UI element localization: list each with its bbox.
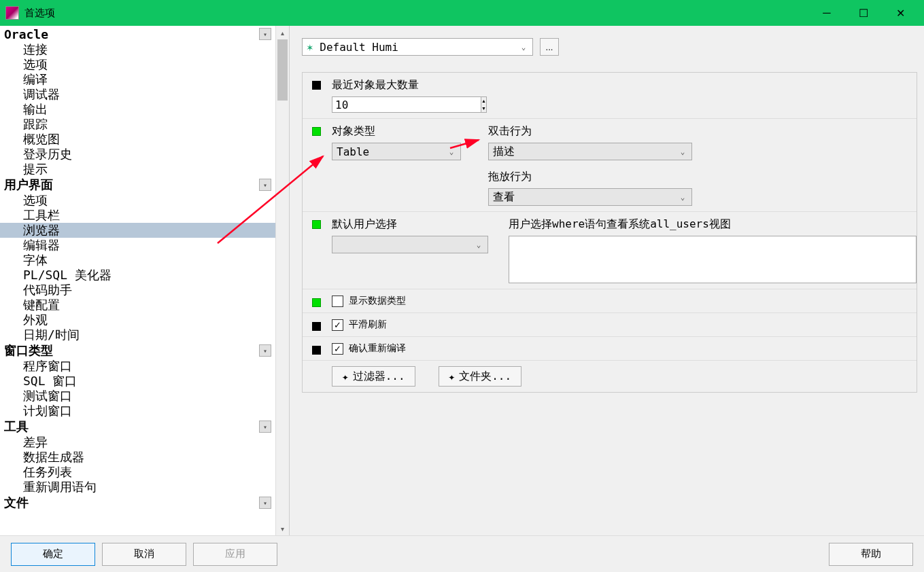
tree-item[interactable]: 字体 <box>0 253 275 268</box>
tree-group-header[interactable]: Oracle <box>0 26 275 42</box>
objtype-select[interactable]: Table ⌄ <box>332 143 461 160</box>
tree-item[interactable]: 登录历史 <box>0 147 275 162</box>
marker-icon <box>312 220 321 229</box>
scroll-down-icon[interactable]: ▾ <box>276 522 289 535</box>
setting-show-types: 显示数据类型 <box>303 289 917 313</box>
chevron-down-icon[interactable] <box>259 421 271 433</box>
objtype-label: 对象类型 <box>332 124 461 139</box>
marker-icon <box>312 81 321 90</box>
setting-default-user: 默认用户选择 ⌄ 用户选择where语句查看系统all_users视图 <box>303 212 917 289</box>
chevron-down-icon: ⌄ <box>445 147 458 156</box>
marker-icon <box>312 298 321 307</box>
show-types-label: 显示数据类型 <box>349 295 406 307</box>
chevron-down-icon[interactable] <box>259 179 271 191</box>
setting-buttons: ✦过滤器... ✦文件夹... <box>303 361 917 392</box>
dblclick-select[interactable]: 描述 ⌄ <box>488 143 692 160</box>
profile-row: ✶ Default Humi ⌄ ... <box>302 38 917 56</box>
tree-item[interactable]: 任务列表 <box>0 465 275 480</box>
apply-button[interactable]: 应用 <box>193 543 277 566</box>
filter-button[interactable]: ✦过滤器... <box>332 366 415 387</box>
tree-item[interactable]: 浏览器 <box>0 223 275 238</box>
cancel-button[interactable]: 取消 <box>102 543 186 566</box>
tree-item[interactable]: 编辑器 <box>0 238 275 253</box>
tree-item[interactable]: 程序窗口 <box>0 359 275 374</box>
tree-item[interactable]: 跟踪 <box>0 117 275 132</box>
spin-up-icon[interactable]: ▲ <box>481 97 486 105</box>
sidebar: Oracle连接选项编译调试器输出跟踪概览图登录历史提示用户界面选项工具栏浏览器… <box>0 26 290 535</box>
chevron-down-icon: ⌄ <box>517 43 530 52</box>
app-icon <box>5 6 19 20</box>
recent-max-field[interactable] <box>332 96 481 113</box>
chevron-down-icon[interactable] <box>259 344 271 357</box>
window-title: 首选项 <box>24 7 55 20</box>
tree-item[interactable]: SQL 窗口 <box>0 374 275 389</box>
chevron-down-icon[interactable] <box>259 28 271 40</box>
tree-item[interactable]: 差异 <box>0 435 275 450</box>
folder-button[interactable]: ✦文件夹... <box>439 366 522 387</box>
tree-item[interactable]: 重新调用语句 <box>0 480 275 495</box>
recent-max-input[interactable]: ▲▼ <box>332 96 379 113</box>
scroll-thumb[interactable] <box>277 39 288 101</box>
tree-item[interactable]: 概览图 <box>0 132 275 147</box>
tree-group-header[interactable]: 工具 <box>0 418 275 435</box>
nav-tree: Oracle连接选项编译调试器输出跟踪概览图登录历史提示用户界面选项工具栏浏览器… <box>0 26 275 535</box>
sidebar-scrollbar[interactable]: ▴ ▾ <box>275 26 289 535</box>
content-panel: ✶ Default Humi ⌄ ... 最近对象最大数量 ▲▼ <box>290 26 924 535</box>
tree-item[interactable]: 键配置 <box>0 298 275 312</box>
profile-more-button[interactable]: ... <box>540 38 559 56</box>
tree-item[interactable]: 编译 <box>0 72 275 87</box>
tree-item[interactable]: 测试窗口 <box>0 389 275 404</box>
tree-item[interactable]: 选项 <box>0 193 275 208</box>
dragdrop-select[interactable]: 查看 ⌄ <box>488 188 692 206</box>
maximize-button[interactable]: ☐ <box>845 0 882 26</box>
tree-group-header[interactable]: 窗口类型 <box>0 342 275 359</box>
settings-panel: 最近对象最大数量 ▲▼ 对象类型 Table ⌄ <box>302 72 917 393</box>
tree-item[interactable]: PL/SQL 美化器 <box>0 268 275 283</box>
show-types-checkbox[interactable] <box>332 296 343 307</box>
bottom-bar: 确定 取消 应用 帮助 <box>0 535 924 572</box>
close-button[interactable]: ✕ <box>882 0 919 26</box>
spin-down-icon[interactable]: ▼ <box>481 105 486 112</box>
ok-button[interactable]: 确定 <box>11 543 95 566</box>
where-textarea[interactable] <box>509 236 917 283</box>
help-button[interactable]: 帮助 <box>829 543 913 566</box>
window-controls: ─ ☐ ✕ <box>808 0 919 26</box>
setting-recent-max: 最近对象最大数量 ▲▼ <box>303 73 917 119</box>
tree-item[interactable]: 数据生成器 <box>0 450 275 465</box>
marker-icon <box>312 346 321 355</box>
setting-object-type: 对象类型 Table ⌄ 双击行为 描述 ⌄ 拖放行为 <box>303 119 917 212</box>
dblclick-label: 双击行为 <box>488 124 692 139</box>
defuser-label: 默认用户选择 <box>332 217 488 232</box>
tree-item[interactable]: 外观 <box>0 312 275 327</box>
marker-icon <box>312 322 321 331</box>
titlebar: 首选项 ─ ☐ ✕ <box>0 0 924 26</box>
profile-select[interactable]: ✶ Default Humi ⌄ <box>302 38 533 56</box>
tree-item[interactable]: 连接 <box>0 42 275 57</box>
setting-smooth: ✓ 平滑刷新 <box>303 313 917 337</box>
setting-confirm: ✓ 确认重新编译 <box>303 337 917 361</box>
key-icon: ✦ <box>449 370 456 383</box>
tree-item[interactable]: 选项 <box>0 57 275 72</box>
scroll-up-icon[interactable]: ▴ <box>276 26 289 39</box>
minimize-button[interactable]: ─ <box>808 0 845 26</box>
tree-item[interactable]: 调试器 <box>0 87 275 102</box>
tree-item[interactable]: 代码助手 <box>0 283 275 298</box>
tree-group-header[interactable]: 用户界面 <box>0 177 275 193</box>
chevron-down-icon[interactable] <box>259 497 271 509</box>
marker-icon <box>312 127 321 136</box>
tree-item[interactable]: 提示 <box>0 162 275 177</box>
chevron-down-icon: ⌄ <box>677 193 689 202</box>
tree-item[interactable]: 工具栏 <box>0 208 275 223</box>
smooth-label: 平滑刷新 <box>349 319 387 331</box>
main-area: Oracle连接选项编译调试器输出跟踪概览图登录历史提示用户界面选项工具栏浏览器… <box>0 26 924 535</box>
chevron-down-icon: ⌄ <box>473 240 485 249</box>
tree-item[interactable]: 日期/时间 <box>0 327 275 342</box>
tree-item[interactable]: 计划窗口 <box>0 404 275 418</box>
tree-item[interactable]: 输出 <box>0 102 275 117</box>
confirm-checkbox[interactable]: ✓ <box>332 343 343 355</box>
tree-group-header[interactable]: 文件 <box>0 495 275 511</box>
smooth-checkbox[interactable]: ✓ <box>332 319 343 331</box>
recent-max-label: 最近对象最大数量 <box>332 78 419 92</box>
wand-icon: ✦ <box>342 370 349 383</box>
defuser-select[interactable]: ⌄ <box>332 236 488 253</box>
